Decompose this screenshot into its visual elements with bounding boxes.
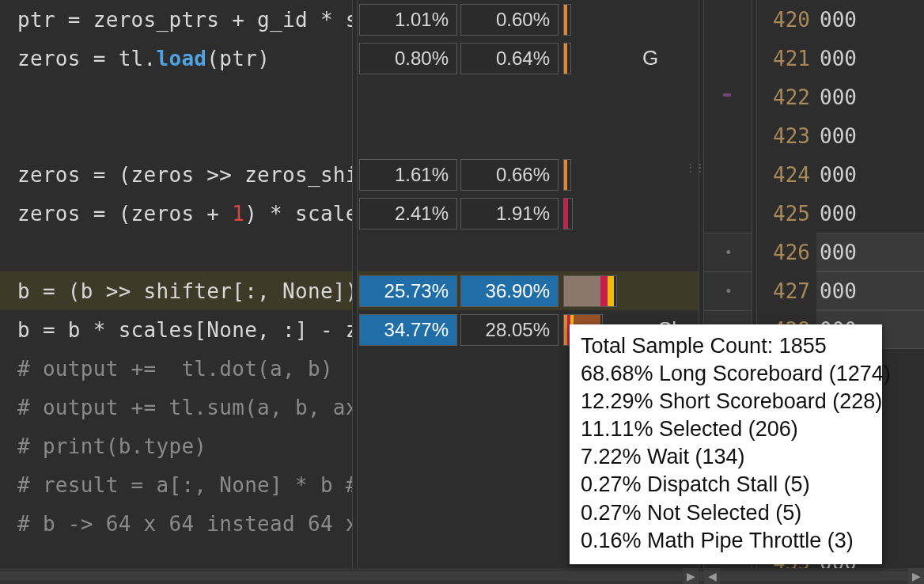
stall-breakdown-tooltip: Total Sample Count: 1855 68.68% Long Sco… — [570, 324, 882, 564]
metric-cell[interactable]: 0.80% — [359, 43, 457, 74]
metric-cell-wrap: 2.41% — [358, 194, 459, 233]
metric-cell-wrap: 0.60% — [459, 0, 560, 39]
disassembly-line[interactable]: 000 — [816, 78, 924, 116]
metric-column-1: 1.01%0.80%1.61%2.41%25.73%34.77% ▶ — [358, 0, 459, 584]
gutter-row[interactable] — [704, 194, 752, 233]
metric-cell-wrap — [459, 388, 560, 427]
bar-label: G — [642, 46, 658, 70]
disassembly-line[interactable]: 000 — [816, 39, 924, 78]
breakpoint-dot-icon[interactable]: • — [704, 245, 752, 261]
stall-bar[interactable] — [563, 159, 571, 191]
metric-cell[interactable]: 28.05% — [460, 314, 559, 346]
disassembly-line[interactable]: 000 — [816, 271, 924, 310]
metric-cell-wrap — [459, 465, 560, 504]
gutter-row[interactable] — [704, 155, 752, 194]
scroll-left-button[interactable]: ◀ — [704, 568, 720, 584]
source-line[interactable]: zeros = tl.load(ptr) — [0, 39, 352, 78]
metric-cell-wrap — [358, 116, 459, 155]
stall-bar-row[interactable] — [560, 78, 699, 116]
stall-bar-row[interactable] — [560, 194, 699, 233]
metric-cell[interactable]: 25.73% — [359, 275, 457, 307]
metric-cell[interactable]: 1.61% — [359, 159, 457, 191]
source-line[interactable]: b = b * scales[None, :] - zeros[N — [0, 310, 352, 349]
metric-cell-wrap: 34.77% — [358, 310, 459, 349]
gutter-row[interactable]: • — [704, 271, 752, 310]
source-line[interactable] — [0, 233, 352, 271]
stall-bar[interactable] — [563, 4, 571, 36]
source-line[interactable]: # output += tl.sum(a, b, axis=0) — [0, 388, 352, 427]
metric-cell[interactable]: 1.01% — [359, 4, 457, 36]
metric-cell-wrap — [358, 349, 459, 388]
metric-cell[interactable]: 34.77% — [359, 314, 457, 346]
metric-cell-wrap — [358, 233, 459, 271]
source-line[interactable]: # output += tl.dot(a, b) — [0, 349, 352, 388]
source-line[interactable]: # result = a[:, None] * b # (1 x 64 x — [0, 465, 352, 504]
tooltip-row: 7.22% Wait (134) — [581, 443, 871, 471]
metric-cell-wrap: 1.61% — [358, 155, 459, 194]
metric-cell-wrap — [459, 116, 560, 155]
metric-cell[interactable]: 0.66% — [460, 159, 559, 191]
tooltip-title: Total Sample Count: 1855 — [581, 332, 871, 360]
disassembly-line[interactable]: 000 — [816, 194, 924, 233]
disassembly-line[interactable]: 000 — [816, 0, 924, 39]
breakpoint-dot-icon[interactable]: • — [704, 283, 752, 300]
stall-bar[interactable] — [563, 43, 571, 74]
disassembly-line[interactable]: 000 — [816, 116, 924, 155]
gutter-row[interactable] — [704, 116, 752, 155]
gutter-row[interactable] — [704, 0, 752, 39]
source-line[interactable]: ptr = zeros_ptrs + g_id * stride_z — [0, 0, 352, 39]
stall-bar-row[interactable] — [560, 0, 699, 39]
source-line[interactable]: zeros = (zeros + 1) * scales — [0, 194, 352, 233]
source-line[interactable]: # print(b.type) — [0, 427, 352, 465]
metric-cell-wrap — [358, 78, 459, 116]
metric-cell-wrap — [358, 388, 459, 427]
source-code-panel[interactable]: ptr = zeros_ptrs + g_id * stride_zzeros … — [0, 0, 352, 584]
source-line[interactable]: zeros = (zeros >> zeros_shifter) & — [0, 155, 352, 194]
stall-bar[interactable] — [563, 275, 617, 307]
source-line[interactable] — [0, 78, 352, 116]
metric-cell-wrap — [459, 504, 560, 543]
metric-cell-wrap — [459, 78, 560, 116]
metric-cell-wrap — [358, 504, 459, 543]
disassembly-line[interactable]: 000 — [816, 155, 924, 194]
scrollbar-track[interactable] — [720, 571, 752, 581]
scrollbar-track[interactable] — [358, 571, 683, 581]
line-number: 420 — [757, 0, 816, 39]
metric-cell-wrap: 1.01% — [358, 0, 459, 39]
stall-bar-row[interactable] — [560, 116, 699, 155]
profiler-view: ptr = zeros_ptrs + g_id * stride_zzeros … — [0, 0, 924, 584]
splitter-1[interactable] — [352, 0, 358, 584]
line-number: 425 — [757, 194, 816, 233]
metric-cell[interactable]: 1.91% — [460, 198, 559, 229]
stall-bar-row[interactable] — [560, 271, 699, 310]
resize-grip-icon[interactable]: ⋮⋮ — [685, 161, 704, 174]
metric-cell[interactable]: 0.60% — [460, 4, 559, 36]
metric-cell[interactable]: 2.41% — [359, 198, 457, 229]
source-line[interactable]: # b -> 64 x 64 instead 64 x 32 — [0, 504, 352, 543]
source-line[interactable] — [0, 116, 352, 155]
stall-bar-row[interactable] — [560, 233, 699, 271]
metric-cell-wrap — [358, 427, 459, 465]
chevron-right-icon: ▶ — [687, 570, 695, 582]
gutter-row[interactable] — [704, 39, 752, 78]
stall-segment — [608, 276, 614, 306]
source-line[interactable]: b = (b >> shifter[:, None]) & 0xF — [0, 271, 352, 310]
line-number: 421 — [757, 39, 816, 78]
gutter-row[interactable] — [704, 78, 752, 116]
disassembly-line[interactable]: 000 — [816, 233, 924, 271]
stall-bar-row[interactable] — [560, 155, 699, 194]
line-number: 427 — [757, 271, 816, 310]
stall-segment — [564, 276, 600, 306]
gutter-h-scrollbar[interactable]: ◀ — [704, 568, 752, 584]
metric-cell[interactable]: 36.90% — [460, 275, 559, 307]
metric-cell[interactable]: 0.64% — [460, 43, 559, 74]
bar-h-scrollbar[interactable]: ▶ — [358, 568, 699, 584]
scroll-right-button[interactable]: ▶ — [908, 568, 924, 584]
metric-cell-wrap — [459, 349, 560, 388]
stall-bar-row[interactable]: G — [560, 39, 699, 78]
stall-segment — [564, 44, 567, 74]
scroll-right-button[interactable]: ▶ — [683, 568, 699, 584]
gutter-row[interactable]: • — [704, 233, 752, 271]
stall-bar[interactable] — [563, 198, 573, 229]
stall-segment — [564, 160, 567, 190]
